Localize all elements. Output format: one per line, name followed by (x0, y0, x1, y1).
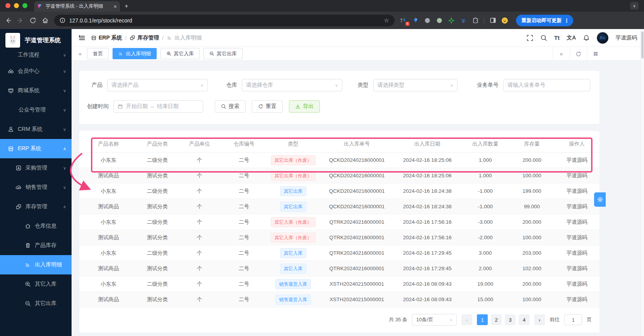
window-controls[interactable] (5, 3, 27, 8)
sidebar-item-member-center[interactable]: 会员中心 ∨ (0, 62, 72, 81)
sidebar-item-crm-system[interactable]: CRM 系统 ∨ (0, 120, 72, 139)
table-row: 小东东 二级分类 个 二号 其它入库（作废） QTRK2024021600000… (79, 214, 600, 230)
fullscreen-icon[interactable] (526, 34, 533, 41)
side-panel-icon[interactable] (489, 17, 496, 24)
sidebar-item-inventory-mgmt[interactable]: 库存管理 ∧ (0, 197, 72, 216)
tabs-collapse-icon[interactable]: « (77, 50, 83, 57)
search-icon[interactable] (540, 34, 547, 41)
search-button[interactable]: 搜索 (215, 100, 246, 113)
chevron-down-icon: ∨ (63, 88, 66, 93)
url-bar[interactable]: 127.0.0.1/erp/stock/record ☆ (54, 15, 395, 26)
new-tab-button[interactable]: + (125, 3, 128, 9)
page-button-2[interactable]: 2 (491, 314, 502, 325)
minimize-window-button[interactable] (14, 3, 19, 8)
chrome-update-button[interactable]: 重新启动即可更新 ⋮ (516, 15, 573, 26)
tab-stock-record[interactable]: 出入库明细 (113, 48, 157, 59)
close-tab-icon[interactable]: × (114, 3, 117, 10)
end-date-placeholder[interactable]: 结束日期 (157, 103, 179, 110)
sidebar-item-warehouse-info[interactable]: 仓库信息 (0, 216, 72, 236)
page-tabs: « 首页 出入库明细 其它入库 其它出库 » (72, 47, 644, 61)
sidebar-item-purchase-mgmt[interactable]: 采购管理 ∨ (0, 158, 72, 178)
zoom-in-icon (166, 51, 171, 56)
sidebar-item-official-account[interactable]: 公众号管理 ∨ (0, 100, 72, 120)
type-select[interactable]: 请选择类型 ∨ (373, 79, 458, 91)
font-size-icon[interactable]: Tt (554, 34, 560, 41)
breadcrumb-inventory[interactable]: 库存管理 (130, 34, 159, 41)
page-button-1[interactable]: 1 (477, 314, 488, 325)
sidebar-item-other-stock-in[interactable]: 其它入库 (0, 274, 72, 294)
extensions-puzzle-icon[interactable] (472, 17, 479, 24)
next-page-button[interactable]: › (534, 314, 545, 325)
extension-badge: 6 (405, 22, 410, 26)
date-range-input[interactable]: 开始日期 – 结束日期 (113, 100, 203, 113)
page-button-4[interactable]: 4 (519, 314, 530, 325)
profile-avatar-icon[interactable] (501, 17, 508, 24)
page-button-3[interactable]: 3 (505, 314, 516, 325)
table-row: 小东东 二级分类 个 二号 其它出库 QCKD20240216000001 20… (79, 183, 600, 199)
sidebar-item-sales-mgmt[interactable]: 销售管理 ∨ (0, 178, 72, 197)
breadcrumb-erp[interactable]: ERP 系统 (91, 34, 122, 41)
extension-star-icon[interactable] (448, 17, 455, 24)
warehouse-select[interactable]: 请选择仓库 ∨ (242, 79, 342, 91)
mall-icon (8, 87, 14, 94)
settings-drawer-button[interactable] (594, 192, 606, 207)
home-icon[interactable] (42, 17, 49, 24)
username[interactable]: 芋道源码 (615, 34, 637, 41)
collapse-menu-icon[interactable] (79, 34, 85, 41)
tab-home[interactable]: 首页 (87, 48, 109, 59)
bell-icon[interactable] (583, 34, 590, 41)
browser-menu-icon[interactable]: ⋮ (564, 17, 569, 24)
stock-cup-icon (25, 242, 31, 249)
extension-devtools-icon[interactable]: 6 (400, 17, 407, 24)
extension-kite-icon[interactable] (412, 17, 419, 24)
close-window-button[interactable] (5, 3, 10, 8)
store-icon (8, 146, 14, 152)
forward-icon[interactable] (17, 17, 24, 24)
breadcrumb-stock-record: 出入库明细 (167, 34, 202, 41)
tab-other-stock-out[interactable]: 其它出库 (203, 48, 243, 59)
breadcrumb: ERP 系统 / 库存管理 / 出入库明细 (91, 34, 202, 41)
url-text[interactable]: 127.0.0.1/erp/stock/record (69, 17, 132, 24)
tab-other-stock-in[interactable]: 其它入库 (161, 48, 200, 59)
sidebar-item-product-stock[interactable]: 产品库存 (0, 236, 72, 255)
maximize-window-button[interactable] (22, 3, 27, 8)
table-row: 测试商品 测试分类 个 二号 销售退货入库 XSTH20240215000001… (79, 292, 600, 307)
app-logo[interactable]: 芋道管理系统 (0, 29, 72, 51)
bookmark-star-icon[interactable]: ☆ (384, 17, 389, 24)
tabs-expand-icon[interactable]: » (553, 47, 570, 61)
page-unit: 页 (587, 316, 592, 323)
search-icon (221, 104, 226, 109)
scrollbar-thumb[interactable] (641, 31, 644, 58)
extension-chevrons-icon[interactable] (460, 17, 467, 24)
user-avatar[interactable]: 文山 (597, 32, 608, 44)
translate-icon[interactable]: 文A (567, 34, 576, 41)
reload-icon[interactable] (29, 17, 36, 24)
export-button[interactable]: 导出 (289, 100, 320, 113)
prev-page-button[interactable]: ‹ (461, 314, 472, 325)
start-date-placeholder[interactable]: 开始日期 (126, 103, 148, 110)
app-title: 芋道管理系统 (25, 36, 61, 45)
back-icon[interactable] (5, 17, 12, 24)
product-select[interactable]: 请选择产品 ∨ (107, 79, 208, 91)
site-info-icon[interactable] (60, 17, 65, 23)
reset-button[interactable]: 重置 (252, 100, 283, 113)
scrollbar[interactable] (640, 29, 644, 336)
bizno-input[interactable]: 请输入业务单号 (503, 79, 590, 91)
sidebar-item-mall-system[interactable]: 商城系统 ∨ (0, 81, 72, 100)
member-icon (8, 68, 14, 74)
sidebar-item-workflow[interactable]: 工作流程 ∨ (0, 48, 72, 62)
sidebar-item-other-stock-out[interactable]: 其它出库 (0, 294, 72, 313)
page-size-select[interactable]: 10条/页 ∨ (412, 314, 457, 326)
extension-green-circle-icon[interactable] (436, 17, 443, 24)
tab-search-chevron-icon[interactable]: ∨ (630, 2, 639, 10)
sidebar-item-stock-record[interactable]: 出入库明细 (0, 255, 72, 274)
person-icon (8, 126, 14, 132)
layout-grid-icon[interactable] (587, 47, 604, 61)
sidebar-item-erp-system[interactable]: ERP 系统 ∧ (0, 139, 72, 158)
chevron-down-icon: ∨ (450, 83, 453, 88)
refresh-tab-icon[interactable] (570, 47, 587, 61)
signal-icon (167, 35, 173, 41)
browser-tab[interactable]: 芋道管理系统 - 出入库明细 × (34, 1, 120, 12)
extension-gray-icon[interactable] (424, 17, 431, 24)
goto-page-input[interactable]: 1 (564, 314, 582, 325)
